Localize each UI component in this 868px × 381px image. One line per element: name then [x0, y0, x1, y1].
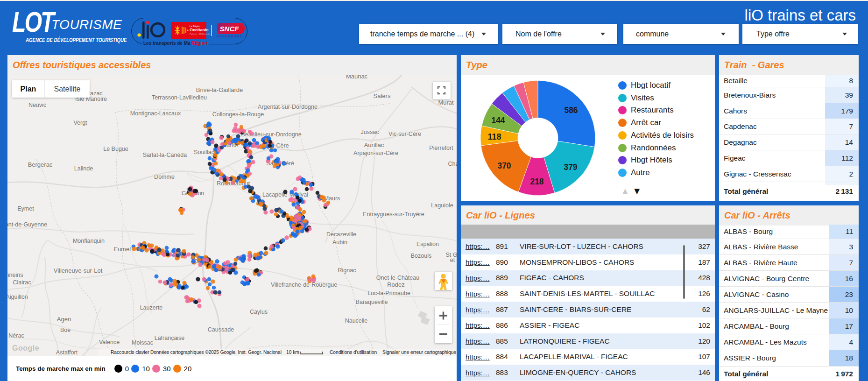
- svg-text:Jussac: Jussac: [361, 129, 379, 135]
- svg-text:Pyrénées - Méditerranée: Pyrénées - Méditerranée: [190, 33, 211, 35]
- svg-text:Google: Google: [12, 344, 39, 352]
- svg-text:SNCF: SNCF: [220, 25, 240, 33]
- svg-text:Caylus: Caylus: [250, 309, 268, 315]
- svg-text:Fumel: Fumel: [114, 246, 131, 253]
- svg-text:lazac: lazac: [89, 90, 102, 97]
- svg-text:Onet-le-Château: Onet-le-Château: [376, 275, 419, 281]
- svg-text:Cha: Cha: [448, 161, 457, 167]
- svg-text:Arpajon-sur-Cère: Arpajon-sur-Cère: [353, 150, 398, 156]
- svg-text:Vergt: Vergt: [73, 120, 87, 126]
- svg-text:Données cartographiques ©2025: Données cartographiques ©2025 Google, In…: [150, 350, 282, 355]
- svg-text:Laguiole: Laguiole: [431, 202, 453, 209]
- svg-text:379: 379: [564, 162, 578, 172]
- svg-text:Baraqueville: Baraqueville: [356, 299, 388, 305]
- svg-text:Eymet: Eymet: [17, 205, 34, 212]
- svg-text:Le Bugue: Le Bugue: [103, 146, 128, 152]
- svg-text:ont-de-Guyenne: ont-de-Guyenne: [7, 221, 47, 228]
- svg-text:Luc-la-Primaube: Luc-la-Primaube: [367, 290, 410, 296]
- svg-text:Argentat-sur-Dordogne: Argentat-sur-Dordogne: [258, 104, 318, 110]
- svg-text:Caussade: Caussade: [208, 326, 234, 333]
- svg-text:Sarlat-la-Canéda: Sarlat-la-Canéda: [143, 152, 187, 158]
- svg-text:Agen: Agen: [57, 316, 71, 323]
- svg-text:Bozouls: Bozouls: [411, 253, 431, 259]
- svg-text:218: 218: [530, 176, 544, 186]
- svg-text:370: 370: [498, 161, 511, 170]
- svg-text:144: 144: [492, 115, 505, 125]
- svg-text:Bergerac: Bergerac: [28, 161, 53, 168]
- svg-text:Salers: Salers: [374, 92, 391, 99]
- svg-text:Nérac: Nérac: [8, 332, 24, 339]
- svg-text:Rignac: Rignac: [338, 267, 356, 274]
- svg-text:Signaler une erreur cartograph: Signaler une erreur cartographique: [382, 350, 456, 355]
- svg-text:118: 118: [488, 132, 501, 141]
- svg-text:Aiguillon: Aiguillon: [7, 294, 28, 300]
- svg-text:Brive-la-Gaillarde: Brive-la-Gaillarde: [196, 86, 243, 93]
- svg-text:Pierrefort: Pierrefort: [429, 145, 453, 151]
- svg-text:Naucelle: Naucelle: [345, 318, 368, 324]
- svg-text:Astaffort: Astaffort: [56, 349, 78, 356]
- svg-text:Mauriac: Mauriac: [346, 75, 368, 80]
- svg-text:Raccourcis clavier: Raccourcis clavier: [111, 350, 149, 355]
- svg-text:Rodez: Rodez: [387, 281, 405, 288]
- svg-text:Occitanie: Occitanie: [190, 28, 209, 32]
- svg-text:Lauzerte: Lauzerte: [140, 304, 163, 311]
- svg-text:Conditions d'utilisation: Conditions d'utilisation: [330, 350, 377, 355]
- svg-text:Lafrançaise: Lafrançaise: [155, 335, 185, 341]
- svg-text:VOYAGEURS: VOYAGEURS: [217, 35, 242, 38]
- svg-text:Monflanquin: Monflanquin: [73, 238, 105, 244]
- svg-text:Decazeville: Decazeville: [326, 231, 356, 238]
- svg-text:Domme: Domme: [154, 174, 175, 180]
- svg-text:Collonges-la-Rouge: Collonges-la-Rouge: [212, 111, 264, 118]
- svg-text:nneins: nneins: [7, 272, 23, 278]
- svg-text:Valence: Valence: [99, 339, 120, 346]
- svg-text:Espalion: Espalion: [416, 241, 439, 247]
- svg-text:Boé: Boé: [60, 327, 71, 333]
- svg-text:Vic-sur-Cère: Vic-sur-Cère: [388, 131, 421, 137]
- svg-text:Clairac: Clairac: [13, 279, 31, 286]
- svg-text:Aurillac: Aurillac: [364, 141, 384, 148]
- svg-text:Murat: Murat: [438, 99, 454, 106]
- svg-text:Aubin: Aubin: [332, 239, 347, 246]
- svg-text:Lalinde: Lalinde: [74, 165, 93, 172]
- svg-text:Terrasson-Lavilledieu: Terrasson-Lavilledieu: [152, 94, 207, 101]
- svg-text:Villeneuve-sur-Lot: Villeneuve-sur-Lot: [54, 267, 103, 274]
- svg-text:Villefranche-de-Rouergue: Villefranche-de-Rouergue: [271, 282, 337, 288]
- svg-text:10 km: 10 km: [286, 350, 299, 355]
- svg-text:Neuvic: Neuvic: [28, 102, 46, 108]
- svg-text:Maurs: Maurs: [324, 195, 340, 202]
- svg-text:Montignac-Lascaux: Montignac-Lascaux: [130, 110, 181, 117]
- svg-text:586: 586: [565, 105, 578, 115]
- svg-text:Souillac: Souillac: [194, 149, 214, 155]
- svg-text:Entraygues-sur-Truyère: Entraygues-sur-Truyère: [363, 211, 424, 218]
- svg-text:Moissac: Moissac: [132, 339, 153, 346]
- svg-text:et: et: [450, 257, 455, 263]
